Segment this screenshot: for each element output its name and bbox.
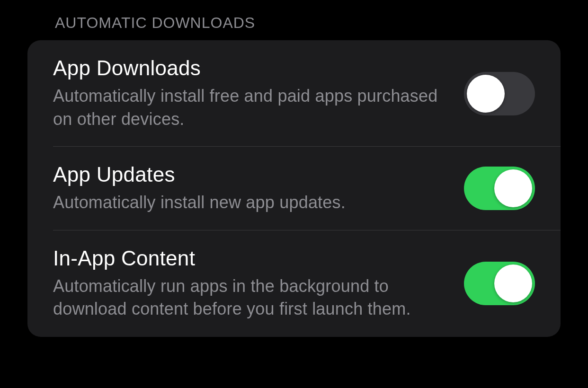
toggle-in-app-content[interactable] (464, 262, 535, 305)
row-description: Automatically run apps in the background… (53, 275, 445, 321)
row-description: Automatically install new app updates. (53, 191, 445, 214)
toggle-app-downloads[interactable] (464, 72, 535, 115)
row-description: Automatically install free and paid apps… (53, 85, 445, 131)
row-title: App Updates (53, 163, 445, 186)
settings-row-in-app-content: In-App Content Automatically run apps in… (27, 230, 561, 337)
settings-row-app-updates: App Updates Automatically install new ap… (27, 147, 561, 230)
section-header: AUTOMATIC DOWNLOADS (55, 14, 561, 32)
row-title: In-App Content (53, 247, 445, 270)
toggle-app-updates[interactable] (464, 167, 535, 210)
toggle-knob (494, 265, 532, 302)
toggle-knob (494, 169, 532, 207)
row-text: App Updates Automatically install new ap… (53, 163, 464, 214)
settings-group: App Downloads Automatically install free… (27, 40, 561, 337)
row-title: App Downloads (53, 56, 445, 80)
row-text: In-App Content Automatically run apps in… (53, 247, 464, 321)
row-text: App Downloads Automatically install free… (53, 56, 464, 131)
settings-row-app-downloads: App Downloads Automatically install free… (27, 40, 561, 147)
toggle-knob (467, 75, 505, 113)
